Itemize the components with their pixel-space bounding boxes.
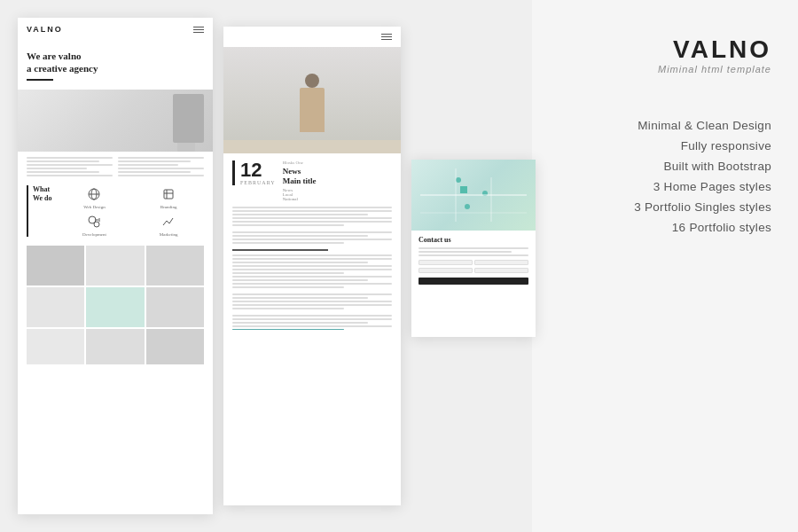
feature-item: Built with Bootstrap xyxy=(634,160,771,173)
contact-submit-button[interactable] xyxy=(419,278,528,285)
left-mockup-text-lines xyxy=(27,157,204,178)
service-branding: Branding xyxy=(133,185,204,209)
right-page-mockup: Contact us xyxy=(411,160,536,337)
marketing-icon xyxy=(160,213,177,231)
portfolio-item xyxy=(27,329,84,364)
middle-mockup-hero-image xyxy=(223,47,401,153)
development-icon xyxy=(85,213,103,231)
news-title-area: Blosks One NewsMain title NewsLocalNatio… xyxy=(283,160,392,201)
portfolio-item xyxy=(146,246,204,286)
portfolio-item xyxy=(86,287,144,327)
date-left-border: 12 FEBRUARY xyxy=(232,160,276,185)
left-mockup-portfolio-grid xyxy=(18,242,213,368)
contact-form-row-2 xyxy=(419,268,528,273)
feature-item: 16 Portfolio styles xyxy=(634,221,771,234)
news-label: Blosks One xyxy=(283,160,392,165)
middle-mockup-text-lines xyxy=(232,207,392,226)
form-field xyxy=(474,268,528,273)
contact-title: Contact us xyxy=(419,236,528,244)
desk-surface xyxy=(223,140,401,153)
middle-page-mockup: 12 FEBRUARY Blosks One NewsMain title Ne… xyxy=(223,27,401,505)
news-date-block: 12 FEBRUARY Blosks One NewsMain title Ne… xyxy=(232,160,392,201)
feature-item: Minimal & Clean Design xyxy=(634,119,771,132)
service-web-design: Web Design xyxy=(59,185,130,209)
middle-mockup-menu-icon xyxy=(381,34,392,40)
contact-text-lines xyxy=(419,247,528,256)
map-roads-svg xyxy=(411,160,536,231)
feature-list: Minimal & Clean DesignFully responsiveBu… xyxy=(634,119,771,241)
middle-mockup-text-lines-4 xyxy=(232,293,392,309)
portfolio-item xyxy=(146,329,204,364)
svg-rect-3 xyxy=(164,190,173,199)
feature-panel: VALNO Miminal html template Minimal & Cl… xyxy=(532,0,798,532)
date-number: 12 xyxy=(240,160,276,180)
portfolio-item xyxy=(86,329,144,364)
contact-map xyxy=(411,160,536,231)
person-head xyxy=(305,74,319,88)
date-month: FEBRUARY xyxy=(240,180,276,185)
web-design-icon xyxy=(85,185,103,203)
left-mockup-hero: We are valnoa creative agency xyxy=(18,41,213,90)
feature-item: 3 Portfolio Singles styles xyxy=(634,200,771,214)
left-mockup-text-block xyxy=(18,157,213,178)
feature-item: 3 Home Pages styles xyxy=(634,180,771,193)
form-field xyxy=(419,260,473,265)
svg-rect-12 xyxy=(460,186,467,193)
middle-mockup-header xyxy=(223,27,401,47)
left-mockup-logo: VALNO xyxy=(27,25,63,34)
left-mockup-services: Web Design Branding xyxy=(59,185,204,237)
portfolio-item xyxy=(86,246,144,286)
branding-label: Branding xyxy=(133,205,204,209)
logo-tagline: Miminal html template xyxy=(658,64,771,74)
news-main-title: NewsMain title xyxy=(283,167,392,186)
left-page-mockup: VALNO We are valnoa creative agency xyxy=(18,18,213,514)
left-mockup-hero-title: We are valnoa creative agency xyxy=(27,50,204,75)
feature-item: Fully responsive xyxy=(634,139,771,153)
middle-mockup-divider xyxy=(232,249,328,251)
form-field xyxy=(419,268,473,273)
portfolio-item xyxy=(27,246,84,286)
person-body xyxy=(300,88,325,132)
contact-form-row xyxy=(419,260,528,265)
middle-mockup-text-lines-5 xyxy=(232,315,392,330)
form-field xyxy=(474,260,528,265)
contact-form xyxy=(419,260,528,285)
web-design-label: Web Design xyxy=(59,205,130,209)
svg-point-7 xyxy=(94,222,99,227)
mockup-area: VALNO We are valnoa creative agency xyxy=(0,0,532,532)
branding-icon xyxy=(160,185,177,203)
left-mockup-hero-underline xyxy=(27,79,53,81)
development-label: Development xyxy=(59,232,130,237)
portfolio-item xyxy=(27,287,84,327)
portfolio-item xyxy=(146,287,204,327)
middle-mockup-text-lines-3 xyxy=(232,254,392,288)
middle-mockup-text-lines-2 xyxy=(232,231,392,244)
middle-mockup-content: 12 FEBRUARY Blosks One NewsMain title Ne… xyxy=(223,153,401,342)
left-mockup-menu-icon xyxy=(193,27,204,33)
left-mockup-hero-image xyxy=(18,90,213,152)
left-mockup-section-label: WhatWe do xyxy=(27,185,52,237)
service-marketing: Marketing xyxy=(133,213,204,237)
service-development: Development xyxy=(59,213,130,237)
left-mockup-header: VALNO xyxy=(18,18,213,41)
logo-text: VALNO xyxy=(658,35,771,64)
contact-content: Contact us xyxy=(411,231,536,290)
brand-logo: VALNO Miminal html template xyxy=(658,35,771,74)
news-breadcrumb: NewsLocalNational xyxy=(283,188,392,201)
left-mockup-section-title: WhatWe do xyxy=(33,185,52,204)
left-mockup-what-we-do: WhatWe do Web Design xyxy=(18,185,213,237)
marketing-label: Marketing xyxy=(133,232,204,237)
